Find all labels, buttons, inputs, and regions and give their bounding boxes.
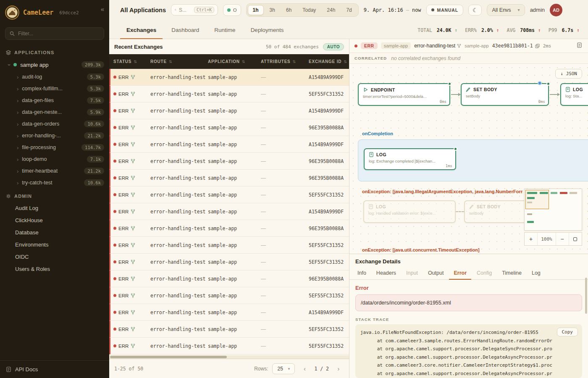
exchange-row[interactable]: ERR error-handling-test sample-app — 96E… [109, 270, 349, 287]
nav-tab[interactable]: Dashboard [165, 22, 205, 39]
time-range-button[interactable]: 24h [322, 5, 340, 15]
zoom-in-button[interactable]: + [525, 233, 538, 245]
exchange-row[interactable]: ERR error-handling-test sample-app — 96E… [109, 153, 349, 170]
route-node-exception-log[interactable]: LOG log: Handled validation error: ${exc… [363, 200, 456, 223]
sidebar-collapse-button[interactable]: « [101, 5, 104, 13]
next-page-button[interactable]: › [333, 363, 344, 374]
sidebar-admin-item[interactable]: Database [0, 226, 109, 239]
column-header[interactable]: APPLICATION ⇅ [208, 59, 261, 64]
sidebar-route-item[interactable]: data-gen-neste... 5.9k [0, 106, 109, 118]
column-header[interactable]: ATTRIBUTES ⇅ [261, 59, 309, 64]
vertical-scrollbar-thumb[interactable] [585, 278, 587, 314]
sidebar-app-sample-app[interactable]: sample app 209.3k [0, 58, 109, 71]
download-json-button[interactable]: ↓ JSON [555, 69, 582, 79]
route-minimap[interactable] [524, 189, 582, 231]
application-cell: sample-app [208, 242, 261, 248]
details-tab[interactable]: Error [449, 267, 471, 280]
node-status-dot [454, 147, 457, 151]
live-indicator-toggle[interactable]: O [223, 4, 241, 16]
stack-trace-line: at com.cameleer3.core.notifier.CameleerI… [360, 361, 577, 370]
exchange-row[interactable]: ERR error-handling-test sample-app — 5EF… [109, 338, 349, 354]
nav-tab[interactable]: Runtime [208, 22, 242, 39]
sidebar-route-item[interactable]: try-catch-test 10.6k [0, 177, 109, 189]
sidebar-route-item[interactable]: error-handling-... 21.2k [0, 130, 109, 142]
nav-tab[interactable]: Deployments [244, 22, 290, 39]
minimap-node [527, 192, 537, 194]
time-range-button[interactable]: 6h [281, 5, 297, 15]
sidebar-route-item[interactable]: file-processing 114.7k [0, 142, 109, 153]
sidebar-route-item[interactable]: audit-log 5.3k [0, 71, 109, 83]
sidebar-admin-item[interactable]: Users & Roles [0, 263, 109, 275]
exchange-row[interactable]: ERR error-handling-test sample-app — A15… [109, 304, 349, 321]
exchange-row[interactable]: ERR error-handling-test sample-app — A15… [109, 203, 349, 220]
time-range-button[interactable]: 3h [265, 5, 280, 15]
details-tab[interactable]: Timeline [497, 267, 526, 280]
status-cell: ERR [113, 142, 150, 147]
exchange-row[interactable]: ERR error-handling-test sample-app — 5EF… [109, 86, 349, 102]
exchange-row[interactable]: ERR error-handling-test sample-app — 5EF… [109, 321, 349, 338]
horizontal-scrollbar-thumb[interactable] [110, 356, 227, 358]
sidebar-api-docs[interactable]: API Docs [0, 360, 109, 378]
details-tab[interactable]: Log [527, 267, 545, 280]
details-tab[interactable]: Input [402, 267, 423, 280]
route-diagram[interactable]: ↓ JSON ENDPOINT timer:errorTest?period=5… [349, 64, 588, 254]
route-node-completion-log[interactable]: LOG log: Exchange completed [${exchan...… [364, 148, 456, 170]
application-cell: sample-app [208, 310, 261, 315]
exchange-row[interactable]: ERR error-handling-test sample-app — 5EF… [109, 186, 349, 203]
avatar[interactable]: AD [550, 4, 562, 16]
sidebar-route-item[interactable]: data-gen-orders 10.6k [0, 118, 109, 130]
sidebar-route-item[interactable]: data-gen-files 7.5k [0, 94, 109, 106]
manual-refresh-button[interactable]: MANUAL [426, 5, 463, 16]
route-node-log[interactable]: LOG log: Sta... [560, 83, 588, 106]
open-document-button[interactable] [576, 42, 583, 50]
exchange-row[interactable]: ERR error-handling-test sample-app — 5EF… [109, 287, 349, 304]
copy-button[interactable]: Copy [557, 328, 578, 336]
route-name[interactable]: error-handling-test [414, 43, 461, 49]
auto-refresh-badge[interactable]: AUTO [323, 43, 344, 50]
details-tab[interactable]: Output [423, 267, 449, 280]
time-range-button[interactable]: Today [297, 5, 321, 15]
copy-icon[interactable] [535, 44, 540, 48]
exchange-row[interactable]: ERR error-handling-test sample-app — 96E… [109, 170, 349, 186]
exchange-row[interactable]: ERR error-handling-test sample-app — A15… [109, 69, 349, 86]
sidebar-admin-item[interactable]: Environments [0, 239, 109, 251]
time-range-button[interactable]: 7d [341, 5, 357, 15]
page-indicator: 1 / 2 [314, 366, 329, 372]
column-header[interactable]: ROUTE ⇅ [150, 59, 208, 64]
exchange-row[interactable]: ERR error-handling-test sample-app — 96E… [109, 220, 349, 237]
zoom-fit-button[interactable] [569, 233, 582, 245]
zoom-out-button[interactable]: − [556, 233, 569, 245]
sidebar-admin-item[interactable]: ClickHouse [0, 214, 109, 226]
details-tab[interactable]: Info [353, 267, 371, 280]
route-node-setbody[interactable]: SET BODY setBody 0ms [461, 83, 549, 106]
details-tab[interactable]: Config [472, 267, 496, 280]
exchange-row[interactable]: ERR error-handling-test sample-app — A15… [109, 136, 349, 153]
rows-per-page-select[interactable]: 25 [272, 363, 295, 374]
moon-icon: ☾ [472, 7, 478, 13]
sidebar-admin-item[interactable]: Audit Log [0, 202, 109, 214]
global-search[interactable]: Ctrl+K [171, 4, 218, 16]
date-range-picker[interactable]: 9. Apr. 16:16 — now [364, 7, 421, 13]
sidebar-route-item[interactable]: timer-heartbeat 21.2k [0, 165, 109, 177]
prev-page-button[interactable]: ‹ [299, 363, 310, 374]
stat-value: 708ms [520, 27, 535, 33]
environment-selector[interactable]: All Envs [487, 4, 525, 16]
global-search-input[interactable] [179, 7, 192, 13]
document-icon [577, 42, 582, 48]
route-node-endpoint[interactable]: ENDPOINT timer:errorTest?period=5000&del… [358, 83, 450, 106]
exchange-row[interactable]: ERR error-handling-test sample-app — 96E… [109, 119, 349, 136]
sidebar-route-item[interactable]: complex-fulfillm... 5.3k [0, 83, 109, 94]
sidebar-admin-item[interactable]: OIDC [0, 251, 109, 263]
sidebar-route-item[interactable]: loop-demo 7.1k [0, 153, 109, 165]
time-range-button[interactable]: 1h [248, 5, 264, 15]
sidebar-filter-input[interactable] [18, 31, 100, 37]
column-header[interactable]: EXCHANGE ID ⇅ [309, 59, 349, 64]
nav-tab[interactable]: Exchanges [120, 22, 163, 39]
column-header[interactable]: STATUS ⇅ [113, 59, 150, 64]
exchange-row[interactable]: ERR error-handling-test sample-app — 5EF… [109, 237, 349, 254]
exchange-id[interactable]: 43ee9811b801-1 [492, 43, 540, 49]
exchange-row[interactable]: ERR error-handling-test sample-app — 5EF… [109, 254, 349, 270]
details-tab[interactable]: Headers [372, 267, 401, 280]
exchange-row[interactable]: ERR error-handling-test sample-app — A15… [109, 102, 349, 119]
dark-mode-toggle[interactable]: ☾ [468, 5, 482, 16]
